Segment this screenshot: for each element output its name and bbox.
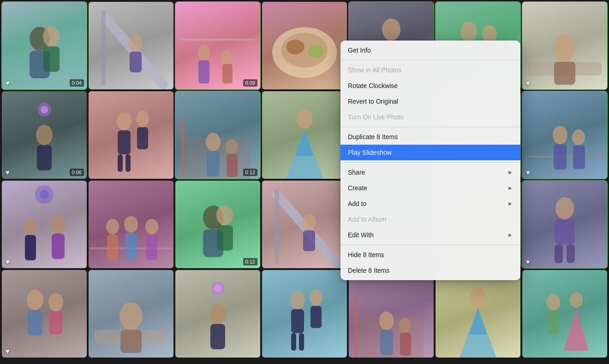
photo-bg-27: [436, 270, 520, 358]
menu-item-share[interactable]: Share►: [340, 164, 520, 180]
menu-section-2: Duplicate 8 ItemsPlay Slideshow: [340, 127, 520, 163]
menu-section-4: Hide 8 ItemsDelete 8 Items: [340, 245, 520, 280]
photo-item-7[interactable]: ♥: [522, 2, 607, 89]
photo-item-2[interactable]: [89, 2, 173, 89]
photo-item-10[interactable]: 0:12: [175, 91, 260, 179]
photo-item-24[interactable]: [175, 270, 260, 358]
menu-item-create[interactable]: Create►: [340, 180, 520, 196]
menu-section-3: Share►Create►Add to►Add to AlbumEdit Wit…: [340, 163, 520, 245]
photo-bg-15: [2, 181, 87, 268]
heart-icon-7: ♥: [526, 79, 530, 87]
heart-icon-8: ♥: [6, 169, 9, 176]
menu-item-add-to[interactable]: Add to►: [340, 196, 520, 211]
menu-item-add-to-album: Add to Album: [340, 211, 520, 227]
context-menu: Get InfoShow in All PhotosRotate Clockwi…: [340, 41, 520, 280]
heart-icon-21: ♥: [526, 258, 530, 265]
submenu-arrow-icon: ►: [508, 200, 513, 207]
menu-item-label: Edit With: [348, 231, 374, 239]
menu-item-show-in-all-photos: Show in All Photos: [340, 62, 520, 78]
menu-item-label: Add to: [348, 200, 366, 207]
photo-item-28[interactable]: [522, 270, 607, 358]
menu-item-label: Get Info: [348, 47, 371, 54]
heart-icon-22: ♥: [6, 347, 9, 355]
photo-bg-22: [2, 270, 87, 358]
photo-bg-18: [262, 181, 347, 268]
photo-item-21[interactable]: ♥: [522, 181, 607, 268]
duration-badge-8: 0:06: [70, 169, 84, 176]
photo-item-11[interactable]: [262, 91, 347, 179]
photo-bg-24: [175, 270, 260, 358]
duration-badge-17: 0:12: [243, 258, 257, 265]
menu-item-label: Duplicate 8 Items: [348, 133, 398, 141]
photo-bg-3: [175, 2, 260, 89]
submenu-arrow-icon: ►: [508, 232, 513, 238]
menu-item-delete-8-items[interactable]: Delete 8 Items: [340, 263, 520, 278]
menu-section-1: Show in All PhotosRotate ClockwiseRevert…: [340, 60, 520, 127]
photo-item-23[interactable]: [89, 270, 173, 358]
menu-item-play-slideshow[interactable]: Play Slideshow: [340, 145, 520, 160]
menu-section-0: Get Info: [340, 41, 520, 60]
duration-badge-10: 0:12: [243, 169, 257, 176]
heart-icon-1: ♥: [6, 79, 9, 87]
menu-item-label: Hide 8 Items: [348, 251, 384, 258]
photo-bg-4: [262, 2, 347, 89]
photo-bg-17: [175, 181, 260, 268]
duration-badge-1: 0:04: [70, 79, 84, 87]
photo-item-1[interactable]: ♥0:04: [2, 2, 87, 89]
submenu-arrow-icon: ►: [508, 185, 513, 191]
photo-bg-7: [522, 2, 607, 89]
menu-item-label: Play Slideshow: [348, 149, 392, 156]
photo-bg-28: [522, 270, 607, 358]
menu-item-label: Show in All Photos: [348, 66, 401, 74]
menu-item-turn-on-live-photo: Turn On Live Photo: [340, 109, 520, 125]
menu-item-label: Turn On Live Photo: [348, 113, 404, 121]
menu-item-label: Share: [348, 169, 365, 176]
photo-item-15[interactable]: ♥: [2, 181, 87, 268]
menu-item-label: Revert to Original: [348, 98, 398, 105]
photo-bg-1: [2, 2, 87, 89]
photo-item-3[interactable]: 0:09: [175, 2, 260, 89]
submenu-arrow-icon: ►: [508, 169, 513, 176]
photo-item-16[interactable]: [89, 181, 173, 268]
menu-item-get-info[interactable]: Get Info: [340, 42, 520, 58]
menu-item-label: Add to Album: [348, 216, 386, 223]
menu-item-label: Create: [348, 184, 367, 192]
heart-icon-14: ♥: [526, 169, 530, 176]
photo-bg-16: [89, 181, 173, 268]
heart-icon-15: ♥: [6, 258, 9, 265]
photo-item-27[interactable]: [436, 270, 520, 358]
photo-item-25[interactable]: [262, 270, 347, 358]
photo-item-26[interactable]: [349, 270, 434, 358]
menu-item-revert-to-original[interactable]: Revert to Original: [340, 94, 520, 109]
photo-bg-25: [262, 270, 347, 358]
photo-item-8[interactable]: ♥0:06: [2, 91, 87, 179]
menu-item-label: Rotate Clockwise: [348, 82, 398, 89]
photo-item-17[interactable]: 0:12: [175, 181, 260, 268]
photo-bg-26: [349, 270, 434, 358]
menu-item-duplicate-8-items[interactable]: Duplicate 8 Items: [340, 129, 520, 145]
photo-bg-2: [89, 2, 173, 89]
photo-bg-21: [522, 181, 607, 268]
duration-badge-3: 0:09: [243, 79, 257, 87]
photo-item-18[interactable]: [262, 181, 347, 268]
menu-item-edit-with[interactable]: Edit With►: [340, 227, 520, 243]
photo-bg-8: [2, 91, 87, 179]
menu-item-rotate-clockwise[interactable]: Rotate Clockwise: [340, 78, 520, 94]
photo-item-4[interactable]: [262, 2, 347, 89]
menu-item-label: Delete 8 Items: [348, 267, 389, 274]
photo-bg-11: [262, 91, 347, 179]
photo-item-22[interactable]: ♥: [2, 270, 87, 358]
photo-bg-23: [89, 270, 173, 358]
photo-bg-14: [522, 91, 607, 179]
photo-item-9[interactable]: [89, 91, 173, 179]
photo-bg-9: [89, 91, 173, 179]
photo-bg-10: [175, 91, 260, 179]
menu-item-hide-8-items[interactable]: Hide 8 Items: [340, 247, 520, 263]
photo-item-14[interactable]: ♥: [522, 91, 607, 179]
